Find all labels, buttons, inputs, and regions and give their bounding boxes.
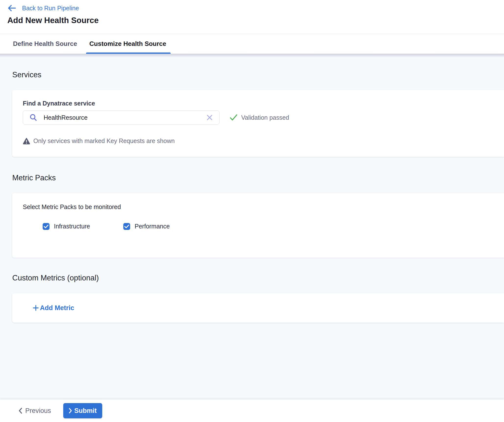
metric-pack-options: Infrastructure Performance xyxy=(43,223,504,230)
customize-health-source-panel: Services Find a Dynatrace service xyxy=(0,54,504,399)
validation-status: Validation passed xyxy=(229,114,289,121)
warning-triangle-icon xyxy=(23,138,30,145)
select-metric-packs-label: Select Metric Packs to be monitored xyxy=(23,203,504,211)
checkbox-performance[interactable]: Performance xyxy=(123,223,170,230)
check-icon xyxy=(229,114,238,121)
tab-label: Customize Health Source xyxy=(89,40,166,48)
page-header: Back to Run Pipeline Add New Health Sour… xyxy=(0,0,504,34)
chevron-left-icon xyxy=(18,408,22,414)
checkbox-icon[interactable] xyxy=(43,223,50,230)
previous-label: Previous xyxy=(25,407,51,415)
chevron-right-icon xyxy=(69,408,72,414)
checkbox-label: Performance xyxy=(135,223,170,230)
checkbox-label: Infrastructure xyxy=(54,223,90,230)
custom-metrics-card: Add Metric xyxy=(12,293,504,323)
search-icon xyxy=(29,114,37,121)
previous-button[interactable]: Previous xyxy=(18,407,51,415)
warning-text: Only services with marked Key Requests a… xyxy=(33,137,175,145)
submit-button[interactable]: Submit xyxy=(63,403,102,418)
add-metric-label: Add Metric xyxy=(40,304,74,312)
active-tab-underline xyxy=(86,53,171,54)
wizard-footer: Previous Submit xyxy=(0,399,504,422)
back-link-label: Back to Run Pipeline xyxy=(22,5,79,12)
add-metric-button[interactable]: Add Metric xyxy=(33,304,74,312)
validation-text: Validation passed xyxy=(241,114,289,121)
plus-icon xyxy=(33,305,39,311)
checkbox-infrastructure[interactable]: Infrastructure xyxy=(43,223,90,230)
find-service-label: Find a Dynatrace service xyxy=(23,100,504,107)
health-source-tabbar: Define Health Source Customize Health So… xyxy=(0,34,504,54)
arrow-left-icon xyxy=(7,4,16,12)
tab-customize-health-source[interactable]: Customize Health Source xyxy=(89,34,167,54)
tab-label: Define Health Source xyxy=(13,40,77,48)
checkbox-icon[interactable] xyxy=(123,223,130,230)
page-title: Add New Health Source xyxy=(7,16,504,25)
metric-packs-card: Select Metric Packs to be monitored Infr… xyxy=(12,193,504,258)
back-to-run-pipeline-link[interactable]: Back to Run Pipeline xyxy=(7,3,504,13)
services-card: Find a Dynatrace service xyxy=(12,90,504,157)
custom-metrics-section-heading: Custom Metrics (optional) xyxy=(12,274,504,282)
clear-search-icon[interactable] xyxy=(206,114,213,121)
tab-define-health-source[interactable]: Define Health Source xyxy=(13,34,78,54)
submit-label: Submit xyxy=(74,407,97,415)
services-warning: Only services with marked Key Requests a… xyxy=(23,137,504,145)
service-search-input[interactable] xyxy=(44,114,206,121)
metric-packs-section-heading: Metric Packs xyxy=(12,173,504,182)
service-search-box[interactable] xyxy=(23,110,220,125)
services-section-heading: Services xyxy=(12,54,504,79)
